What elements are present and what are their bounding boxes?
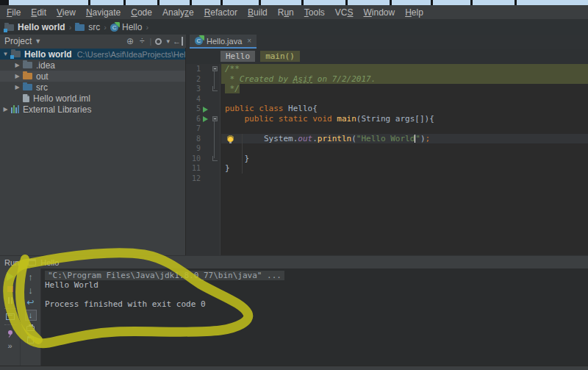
menu-item-vcs[interactable]: VCS — [330, 6, 359, 19]
breadcrumb-chip-hello[interactable]: Hello — [220, 51, 255, 62]
line-number: 3 — [186, 85, 201, 93]
code-token: main — [337, 114, 356, 124]
tab-hello-java[interactable]: Hello.java × — [190, 35, 257, 49]
chevron-down-icon[interactable]: ▼ — [1, 51, 10, 57]
code-token: " — [415, 134, 420, 143]
code-line[interactable]: } — [221, 154, 588, 164]
menu-item-view[interactable]: View — [51, 6, 81, 19]
lightbulb-icon[interactable] — [227, 135, 234, 142]
close-icon[interactable]: × — [247, 37, 251, 45]
console-toolbar: ↑ ↓ ↩ ↓ — [21, 268, 41, 366]
run-panel-left-toolbar: » — [0, 268, 21, 366]
up-stacktrace-icon[interactable]: ↑ — [28, 273, 33, 282]
fold-marker-icon[interactable] — [210, 156, 219, 161]
code-token: public class — [225, 104, 288, 113]
code-line[interactable]: public static void main(String args[]){ — [221, 114, 588, 124]
tree-item-hello-world[interactable]: ▼Hello worldC:\Users\Asif\IdeaProjects\H… — [0, 49, 185, 60]
menu-item-navigate[interactable]: Navigate — [81, 6, 126, 19]
clear-console-icon[interactable] — [27, 336, 34, 344]
hide-panel-icon[interactable]: ← — [173, 37, 183, 46]
code-token: (String args[]){ — [356, 114, 434, 124]
code-token: } — [225, 163, 230, 173]
code-line[interactable] — [221, 174, 588, 184]
locate-file-icon[interactable]: ⊕ — [126, 36, 134, 46]
print-icon[interactable] — [26, 326, 35, 331]
code-text-area[interactable]: /** * Created by Asif on 7/2/2017. */pub… — [221, 64, 588, 255]
menu-bar: FileEditViewNavigateCodeAnalyzeRefactorB… — [0, 5, 588, 20]
editor-breadcrumbs: Hellomain() — [186, 49, 588, 64]
down-stacktrace-icon[interactable]: ↓ — [28, 286, 33, 295]
code-token: } — [225, 154, 249, 163]
menu-item-help[interactable]: Help — [400, 6, 429, 19]
rerun-icon[interactable] — [7, 272, 14, 281]
line-number: 7 — [186, 124, 201, 132]
code-line[interactable]: public class Hello{ — [221, 104, 588, 114]
fold-marker-icon[interactable] — [210, 86, 219, 91]
tree-item-label: External Libraries — [23, 104, 91, 115]
menu-item-edit[interactable]: Edit — [26, 6, 51, 19]
editor-gutter: 123456789101112 — [186, 64, 220, 255]
menu-item-refactor[interactable]: Refactor — [199, 6, 243, 19]
breadcrumb-separator: › — [104, 23, 107, 32]
code-line[interactable]: /** — [221, 64, 588, 74]
chevron-right-icon[interactable]: ▶ — [13, 73, 21, 79]
show-console-icon[interactable] — [6, 313, 15, 320]
tree-item-hello-world-iml[interactable]: Hello world.iml — [0, 93, 185, 104]
pin-tab-icon[interactable] — [8, 330, 12, 335]
menu-item-window[interactable]: Window — [358, 6, 400, 19]
code-line[interactable]: * Created by Asif on 7/2/2017. — [221, 74, 588, 85]
menu-item-analyze[interactable]: Analyze — [157, 6, 199, 19]
tree-item-external-libraries[interactable]: ▶External Libraries — [0, 104, 185, 115]
collapse-all-icon[interactable]: ÷ — [140, 36, 145, 46]
tree-item-out[interactable]: ▶out — [0, 71, 185, 82]
code-line[interactable]: */ — [221, 84, 588, 94]
run-arrow-icon — [203, 116, 208, 122]
chevron-down-icon[interactable]: ▾ — [166, 38, 170, 45]
code-token: ; — [426, 134, 431, 143]
code-token: on 7/2/2017. — [312, 74, 376, 84]
tree-item-label: Hello world — [24, 49, 72, 60]
code-line[interactable] — [221, 124, 588, 134]
chevron-down-icon[interactable]: ▼ — [35, 38, 41, 45]
line-number: 8 — [186, 135, 201, 143]
tree-item-src[interactable]: ▶src — [0, 82, 185, 93]
line-number: 11 — [186, 164, 201, 172]
code-line[interactable]: System.out.println("Hello World"); — [221, 134, 588, 144]
menu-item-tools[interactable]: Tools — [299, 6, 330, 19]
stop-icon[interactable] — [7, 286, 13, 292]
breadcrumb-hello-world[interactable]: Hello world — [4, 22, 65, 32]
folder-src-icon — [23, 84, 32, 90]
tree-item--idea[interactable]: ▶.idea — [0, 60, 185, 71]
code-line[interactable] — [221, 143, 588, 154]
code-line[interactable] — [221, 94, 588, 104]
console-line: Hello World — [41, 280, 588, 290]
soft-wrap-icon[interactable]: ↩ — [26, 298, 34, 307]
menu-item-run[interactable]: Run — [273, 6, 299, 19]
line-number: 1 — [186, 65, 201, 73]
pause-icon[interactable] — [8, 297, 12, 304]
console-icon — [28, 259, 36, 266]
gear-icon[interactable] — [155, 38, 162, 45]
code-token: Hello{ — [288, 104, 318, 113]
menu-item-file[interactable]: File — [1, 6, 26, 19]
breadcrumb-chip-main[interactable]: main() — [260, 51, 300, 62]
run-line-icon[interactable] — [201, 112, 210, 125]
breadcrumb-src[interactable]: src — [75, 22, 100, 32]
chevron-right-icon[interactable]: ▶ — [13, 84, 21, 90]
chevron-right-icon[interactable]: ▶ — [1, 106, 10, 113]
gutter-row: 1 — [186, 64, 220, 74]
code-token: ( — [351, 134, 356, 143]
run-panel-title[interactable]: Run — [4, 258, 19, 267]
breadcrumb-hello[interactable]: Hello — [110, 22, 142, 32]
menu-item-build[interactable]: Build — [243, 6, 273, 19]
chevron-right-icon[interactable]: ▶ — [13, 62, 21, 68]
run-config-name[interactable]: Hello — [40, 258, 59, 267]
menu-item-code[interactable]: Code — [126, 6, 157, 19]
more-options-icon[interactable]: » — [7, 341, 12, 350]
code-line[interactable]: } — [221, 163, 588, 174]
fold-marker-icon[interactable] — [210, 66, 219, 71]
fold-marker-icon[interactable] — [210, 116, 219, 121]
scroll-to-end-icon[interactable]: ↓ — [25, 310, 37, 321]
run-console-output[interactable]: "C:\Program Files\Java\jdk1.8.0_77\bin\j… — [41, 268, 588, 366]
code-editor[interactable]: 123456789101112 /** * Created by Asif on… — [186, 64, 588, 255]
